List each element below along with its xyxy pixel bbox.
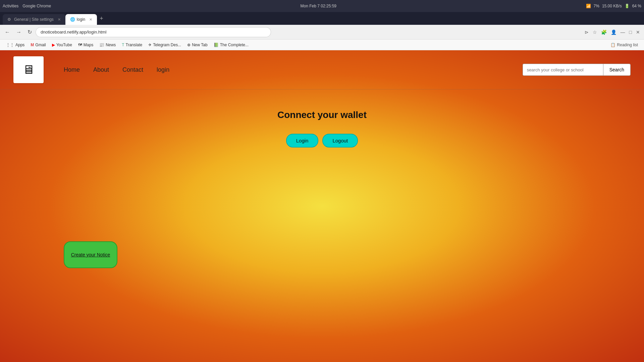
bookmark-star-icon[interactable]: ☆: [591, 28, 598, 36]
connect-wallet-title: Connect your wallet: [277, 110, 367, 120]
tab-close-login[interactable]: ✕: [89, 17, 92, 22]
address-input[interactable]: [36, 27, 271, 37]
nav-links: Home About Contact login: [64, 66, 169, 73]
bookmark-thecomplete[interactable]: 📗 The Complete...: [211, 42, 251, 48]
apps-icon: ⋮⋮: [6, 43, 14, 47]
youtube-icon: ▶: [52, 43, 55, 47]
thecomplete-icon: 📗: [214, 43, 219, 47]
bookmark-maps[interactable]: 🗺 Maps: [75, 42, 96, 48]
logo-icon: 🖥: [22, 63, 35, 77]
tab-label-login: login: [77, 17, 85, 22]
profile-icon[interactable]: 👤: [609, 28, 618, 36]
bookmark-telegram[interactable]: ✈ Telegram Des...: [146, 42, 184, 48]
logo[interactable]: 🖥: [13, 56, 44, 83]
telegram-icon: ✈: [148, 43, 152, 47]
bookmark-youtube[interactable]: ▶ YouTube: [49, 42, 75, 48]
extension-icon: 🧩: [600, 28, 608, 36]
bookmark-gmail[interactable]: M Gmail: [28, 42, 48, 48]
datetime: Mon Feb 7 02:25:59: [301, 4, 336, 8]
bookmark-newtab[interactable]: ⊕ New Tab: [184, 42, 210, 48]
tab-login[interactable]: 🌐 login ✕: [65, 14, 97, 25]
reading-list[interactable]: 📋 Reading list: [608, 42, 641, 48]
new-tab-button[interactable]: +: [97, 14, 106, 23]
wallet-buttons: Login Logout: [286, 134, 358, 147]
maps-icon: 🗺: [78, 43, 82, 47]
cast-icon: ⊳: [583, 28, 590, 36]
gmail-icon: M: [31, 43, 34, 47]
tab-label-settings: General | Site settings: [14, 17, 54, 22]
navbar: 🖥 Home About Contact login Search: [0, 50, 644, 89]
search-button[interactable]: Search: [603, 64, 631, 76]
system-topbar: Activities Google Chrome Mon Feb 7 02:25…: [0, 0, 644, 12]
battery-level: 64 %: [632, 4, 641, 8]
maximize-icon[interactable]: □: [628, 28, 633, 36]
tab-favicon-settings: ⚙: [7, 17, 12, 22]
battery-icon: 🔋: [625, 4, 630, 8]
minimize-icon[interactable]: —: [619, 28, 627, 36]
back-button[interactable]: ←: [3, 28, 12, 37]
tab-bar: ⚙ General | Site settings ✕ 🌐 login ✕ +: [0, 12, 644, 25]
tab-close-settings[interactable]: ✕: [58, 17, 61, 22]
browser-label[interactable]: Google Chrome: [22, 4, 51, 8]
logout-button[interactable]: Logout: [322, 134, 358, 147]
wifi-strength: 7%: [594, 4, 599, 8]
nav-home[interactable]: Home: [64, 66, 80, 73]
reading-list-icon: 📋: [610, 43, 615, 47]
wifi-icon: 📶: [586, 4, 591, 8]
nav-login[interactable]: login: [157, 66, 169, 73]
close-window-icon[interactable]: ✕: [635, 28, 641, 36]
main-content: Connect your wallet Login Logout: [0, 89, 644, 147]
search-input[interactable]: [523, 64, 603, 76]
tab-site-settings[interactable]: ⚙ General | Site settings ✕: [3, 14, 65, 25]
address-bar: ← → ↻ ⊳ ☆ 🧩 👤 — □ ✕: [0, 25, 644, 40]
forward-button[interactable]: →: [14, 28, 23, 37]
create-notice-button[interactable]: Create your Notice: [64, 241, 117, 268]
bookmark-news[interactable]: 📰 News: [97, 42, 118, 48]
translate-icon: T: [122, 43, 124, 47]
nav-search: Search: [523, 64, 631, 76]
reload-button[interactable]: ↻: [25, 27, 34, 37]
news-icon: 📰: [99, 43, 104, 47]
network-speed: 15.00 KB/s: [602, 4, 622, 8]
nav-contact[interactable]: Contact: [122, 66, 143, 73]
bookmark-apps[interactable]: ⋮⋮ Apps: [3, 42, 27, 48]
page-content: 🖥 Home About Contact login Search Connec…: [0, 50, 644, 362]
nav-about[interactable]: About: [93, 66, 109, 73]
bookmarks-bar: ⋮⋮ Apps M Gmail ▶ YouTube 🗺 Maps 📰 News …: [0, 40, 644, 50]
activities-label[interactable]: Activities: [3, 4, 18, 8]
login-button[interactable]: Login: [286, 134, 319, 147]
newtab-icon: ⊕: [187, 43, 191, 47]
tab-favicon-login: 🌐: [70, 17, 75, 22]
bookmark-translate[interactable]: T Translate: [119, 42, 145, 48]
